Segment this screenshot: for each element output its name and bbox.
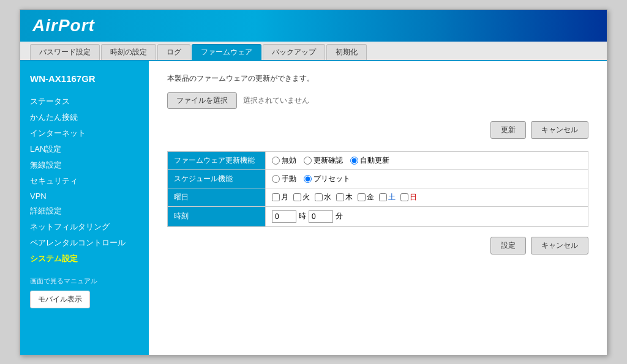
day-label: 曜日 [168, 188, 266, 206]
firmware-feature-label: ファームウェア更新機能 [168, 151, 266, 169]
app-frame: AirPort パスワード設定 時刻の設定 ログ ファームウェア バックアップ … [20, 9, 607, 355]
file-select-row: ファイルを選択 選択されていません [167, 92, 588, 109]
day-tue[interactable]: 火 [293, 192, 310, 202]
sidebar-item-status[interactable]: ステータス [30, 94, 139, 110]
schedule-row: スケジュール機能 手動 プリセット [168, 169, 588, 188]
firmware-radio-group: 無効 更新確認 自動更新 [272, 155, 582, 166]
file-select-button[interactable]: ファイルを選択 [167, 92, 237, 109]
fw-off-input[interactable] [272, 157, 280, 165]
fw-check-input[interactable] [304, 157, 312, 165]
sched-preset-radio[interactable]: プリセット [304, 174, 350, 184]
minute-input[interactable] [309, 210, 333, 223]
tab-firmware[interactable]: ファームウェア [192, 44, 261, 60]
tab-time[interactable]: 時刻の設定 [101, 44, 156, 60]
day-tue-check[interactable] [293, 193, 301, 201]
firmware-feature-value: 無効 更新確認 自動更新 [266, 151, 588, 169]
fw-off-radio[interactable]: 無効 [272, 155, 296, 166]
day-thu-check[interactable] [336, 193, 344, 201]
day-row: 曜日 月 火 [168, 188, 588, 206]
main-area: WN-AX1167GR ステータス かんたん接続 インターネット LAN設定 無… [20, 61, 607, 355]
day-wed-label: 水 [324, 192, 331, 202]
day-thu[interactable]: 木 [336, 192, 353, 202]
set-button[interactable]: 設定 [490, 237, 526, 254]
fw-off-label: 無効 [282, 155, 296, 166]
fw-auto-label: 自動更新 [360, 155, 389, 166]
device-name: WN-AX1167GR [30, 73, 139, 84]
sched-manual-input[interactable] [272, 175, 280, 183]
time-label: 時刻 [168, 206, 266, 226]
sidebar-item-vpn[interactable]: VPN [30, 189, 139, 203]
schedule-radio-group: 手動 プリセット [272, 174, 582, 184]
settings-action-row: 設定 キャンセル [167, 237, 588, 254]
mobile-display-button[interactable]: モバイル表示 [30, 291, 90, 308]
day-thu-label: 木 [345, 192, 353, 202]
fw-check-label: 更新確認 [314, 155, 343, 166]
firmware-feature-row: ファームウェア更新機能 無効 更新確認 [168, 151, 588, 169]
day-sat-check[interactable] [379, 193, 387, 201]
day-mon-check[interactable] [272, 193, 280, 201]
app-logo: AirPort [32, 16, 95, 35]
sidebar: WN-AX1167GR ステータス かんたん接続 インターネット LAN設定 無… [20, 61, 149, 355]
manual-link[interactable]: 画面で見るマニュアル [30, 277, 139, 286]
schedule-value: 手動 プリセット [266, 169, 588, 188]
day-wed[interactable]: 水 [315, 192, 331, 202]
sidebar-item-wireless[interactable]: 無線設定 [30, 157, 139, 173]
sidebar-item-parental[interactable]: ペアレンタルコントロール [30, 235, 139, 251]
update-button[interactable]: 更新 [490, 121, 526, 139]
hour-unit: 時 [299, 211, 306, 221]
fw-auto-input[interactable] [350, 157, 358, 165]
day-fri-check[interactable] [358, 193, 366, 201]
time-group: 時 分 [272, 210, 582, 223]
sidebar-item-netfilter[interactable]: ネットフィルタリング [30, 219, 139, 235]
sidebar-item-lan[interactable]: LAN設定 [30, 141, 139, 157]
logo-text-port: Port [58, 16, 95, 35]
day-sat-label: 土 [388, 192, 396, 202]
header: AirPort [20, 10, 607, 42]
tab-log[interactable]: ログ [157, 44, 190, 60]
sidebar-item-security[interactable]: セキュリティ [30, 173, 139, 189]
day-fri[interactable]: 金 [358, 192, 374, 202]
day-fri-label: 金 [367, 192, 374, 202]
tab-backup[interactable]: バックアップ [263, 44, 325, 60]
day-value: 月 火 水 [266, 188, 588, 206]
logo-text-air: Air [32, 16, 58, 35]
sidebar-item-internet[interactable]: インターネット [30, 125, 139, 141]
minute-unit: 分 [336, 211, 343, 221]
day-sat[interactable]: 土 [379, 192, 396, 202]
tab-password[interactable]: パスワード設定 [30, 44, 100, 60]
day-sun-label: 日 [410, 192, 417, 202]
day-tue-label: 火 [302, 192, 310, 202]
tab-init[interactable]: 初期化 [326, 44, 367, 60]
update-action-row: 更新 キャンセル [167, 121, 588, 139]
day-group: 月 火 水 [272, 192, 582, 202]
sched-manual-label: 手動 [282, 174, 296, 184]
sidebar-item-system[interactable]: システム設定 [30, 251, 139, 267]
sidebar-item-advanced[interactable]: 詳細設定 [30, 203, 139, 219]
time-row: 時刻 時 分 [168, 206, 588, 226]
cancel-button-2[interactable]: キャンセル [531, 237, 588, 254]
hour-input[interactable] [272, 210, 296, 223]
day-sun[interactable]: 日 [400, 192, 417, 202]
content-description: 本製品のファームウェアの更新ができます。 [167, 73, 588, 84]
cancel-button[interactable]: キャンセル [531, 121, 588, 139]
file-no-select-label: 選択されていません [243, 95, 309, 106]
settings-table: ファームウェア更新機能 無効 更新確認 [167, 151, 588, 227]
nav-tabs: パスワード設定 時刻の設定 ログ ファームウェア バックアップ 初期化 [20, 42, 607, 61]
schedule-label: スケジュール機能 [168, 169, 266, 188]
day-wed-check[interactable] [315, 193, 323, 201]
content-area: 本製品のファームウェアの更新ができます。 ファイルを選択 選択されていません 更… [149, 61, 607, 355]
fw-check-radio[interactable]: 更新確認 [304, 155, 343, 166]
day-sun-check[interactable] [400, 193, 408, 201]
sched-manual-radio[interactable]: 手動 [272, 174, 296, 184]
day-mon-label: 月 [281, 192, 288, 202]
sched-preset-label: プリセット [314, 174, 350, 184]
day-mon[interactable]: 月 [272, 192, 288, 202]
time-value: 時 分 [266, 206, 588, 226]
sched-preset-input[interactable] [304, 175, 312, 183]
sidebar-item-easy-connect[interactable]: かんたん接続 [30, 110, 139, 125]
fw-auto-radio[interactable]: 自動更新 [350, 155, 389, 166]
